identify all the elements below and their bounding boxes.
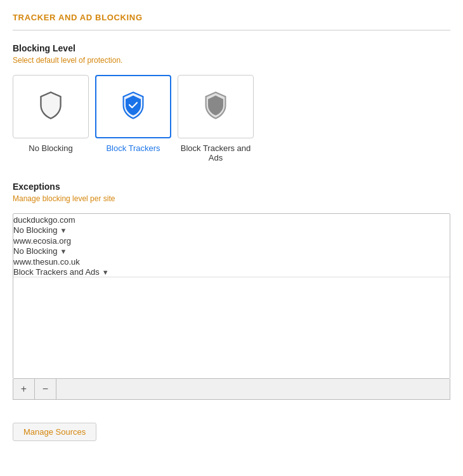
dropdown-arrow-2[interactable]: ▼ — [60, 248, 67, 255]
exceptions-toolbar: + − — [13, 379, 450, 400]
exceptions-table: duckduckgo.com No Blocking ▼ www.ecosia.… — [13, 213, 450, 379]
manage-sources-button[interactable]: Manage Sources — [13, 423, 96, 441]
exception-level-3[interactable]: Block Trackers and Ads ▼ — [13, 267, 450, 277]
blocking-level-sublabel: Select default level of protection. — [13, 56, 450, 65]
add-exception-button[interactable]: + — [13, 379, 35, 399]
exception-site-3: www.thesun.co.uk — [13, 257, 80, 267]
option-no-blocking[interactable]: No Blocking — [13, 75, 89, 162]
title-divider — [13, 30, 450, 30]
exception-level-1[interactable]: No Blocking ▼ — [13, 225, 450, 235]
blocking-options-group: No Blocking Block Trackers — [13, 75, 450, 162]
exception-site-2: www.ecosia.org — [13, 236, 71, 246]
option-block-trackers-label: Block Trackers — [106, 143, 160, 153]
page-title: TRACKER AND AD BLOCKING — [13, 13, 450, 22]
exception-site-1: duckduckgo.com — [13, 215, 75, 225]
option-block-trackers[interactable]: Block Trackers — [95, 75, 171, 162]
exceptions-section: Exceptions Manage blocking level per sit… — [13, 182, 450, 400]
option-block-trackers-ads-box[interactable] — [178, 75, 254, 138]
exception-row-2[interactable]: www.ecosia.org No Blocking ▼ — [13, 235, 450, 256]
exceptions-empty-area — [13, 277, 450, 378]
exception-row-3[interactable]: www.thesun.co.uk Block Trackers and Ads … — [13, 256, 450, 277]
exceptions-sublabel: Manage blocking level per site — [13, 194, 450, 203]
option-block-trackers-ads-label: Block Trackers and Ads — [178, 143, 254, 162]
dropdown-arrow-3[interactable]: ▼ — [102, 268, 109, 276]
blocking-level-label: Blocking Level — [13, 43, 450, 53]
option-no-blocking-box[interactable] — [13, 75, 89, 138]
shield-none-icon — [36, 90, 66, 123]
exception-row-1[interactable]: duckduckgo.com No Blocking ▼ — [13, 214, 450, 235]
shield-trackers-icon — [118, 90, 148, 123]
option-no-blocking-label: No Blocking — [29, 143, 72, 153]
exceptions-label: Exceptions — [13, 182, 450, 192]
option-block-trackers-ads[interactable]: Block Trackers and Ads — [178, 75, 254, 162]
option-block-trackers-box[interactable] — [95, 75, 171, 138]
exception-level-2[interactable]: No Blocking ▼ — [13, 246, 450, 256]
remove-exception-button[interactable]: − — [35, 379, 56, 399]
blocking-level-section: Blocking Level Select default level of p… — [13, 43, 450, 162]
shield-all-icon — [200, 90, 231, 123]
dropdown-arrow-1[interactable]: ▼ — [60, 227, 67, 234]
